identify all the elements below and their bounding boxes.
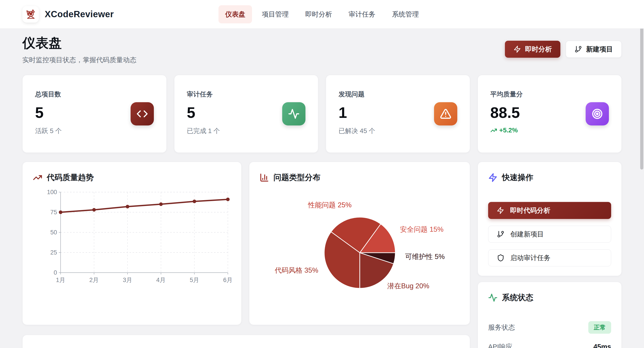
- svg-text:5月: 5月: [190, 277, 199, 283]
- page-title: 仪表盘: [22, 34, 136, 52]
- stat-sub: 已解决 45 个: [338, 126, 375, 136]
- nav-item-dashboard[interactable]: 仪表盘: [218, 5, 252, 23]
- service-status-badge: 正常: [588, 321, 611, 334]
- quality-trend-line-chart: 02550751001月2月3月4月5月6月: [33, 190, 232, 292]
- quick-actions-card: 快速操作 即时代码分析 创建新项目: [478, 162, 622, 276]
- stat-label: 总项目数: [35, 90, 62, 99]
- api-response-row: API响应 45ms: [488, 342, 611, 348]
- activity-icon: [282, 102, 306, 126]
- issue-distribution-card: 问题类型分布 安全问题 15%性能问题 25%代码风格 35%潜在Bug 20%…: [249, 162, 470, 325]
- page-header: 仪表盘 实时监控项目状态，掌握代码质量动态 即时分析 新建项目: [22, 34, 622, 65]
- stat-card-issues-found: 发现问题 1 已解决 45 个: [326, 75, 470, 153]
- api-response-label: API响应: [488, 342, 512, 348]
- svg-text:75: 75: [50, 209, 57, 216]
- app-header: XCodeReviewer 仪表盘 项目管理 即时分析 审计任务 系统管理: [0, 0, 644, 29]
- lightning-icon: [488, 173, 498, 182]
- create-new-project-button[interactable]: 创建新项目: [488, 226, 611, 243]
- issue-distribution-title: 问题类型分布: [260, 172, 460, 183]
- target-icon: [586, 102, 609, 126]
- service-status-label: 服务状态: [488, 323, 515, 332]
- stat-trend-value: +5.2%: [499, 126, 518, 134]
- stat-value: 5: [187, 104, 220, 121]
- pulse-icon: [488, 293, 498, 302]
- stat-sub: 活跃 5 个: [35, 126, 62, 136]
- app-logo-icon: [22, 6, 39, 22]
- brand: XCodeReviewer: [22, 6, 114, 22]
- svg-text:100: 100: [47, 190, 57, 196]
- lightning-icon: [497, 207, 504, 214]
- bar-chart-icon: [260, 173, 269, 182]
- instant-analysis-button-label: 即时分析: [525, 45, 552, 54]
- project-overview-card: 项目概览: [22, 335, 470, 348]
- svg-text:0: 0: [54, 269, 57, 276]
- svg-text:25: 25: [50, 249, 57, 256]
- stat-card-total-projects: 总项目数 5 活跃 5 个: [22, 75, 166, 153]
- issue-distribution-pie: 安全问题 15%性能问题 25%代码风格 35%潜在Bug 20%可维护性 5%: [260, 186, 460, 306]
- code-icon: [130, 102, 154, 126]
- stats-row: 总项目数 5 活跃 5 个 审计任务 5 已完成 1 个 发现问题 1 已解决 …: [22, 75, 622, 153]
- instant-analysis-button[interactable]: 即时分析: [505, 41, 560, 58]
- pie-slice-label: 可维护性 5%: [405, 252, 444, 262]
- stat-card-avg-quality: 平均质量分 88.5 +5.2%: [478, 75, 622, 153]
- pie-slice-label: 安全问题 15%: [400, 225, 444, 234]
- stat-value: 5: [35, 104, 62, 121]
- alert-triangle-icon: [434, 102, 457, 126]
- page-subtitle: 实时监控项目状态，掌握代码质量动态: [22, 56, 136, 65]
- stat-card-audit-tasks: 审计任务 5 已完成 1 个: [174, 75, 318, 153]
- svg-text:1月: 1月: [56, 277, 65, 283]
- nav-item-system-admin[interactable]: 系统管理: [385, 5, 426, 23]
- quality-trend-title: 代码质量趋势: [33, 172, 231, 183]
- system-status-title: 系统状态: [488, 292, 611, 303]
- service-status-row: 服务状态 正常: [488, 321, 611, 334]
- stat-value: 88.5: [490, 104, 523, 121]
- new-project-button[interactable]: 新建项目: [566, 41, 622, 58]
- main-nav: 仪表盘 项目管理 即时分析 审计任务 系统管理: [218, 5, 426, 23]
- svg-text:2月: 2月: [90, 277, 99, 283]
- quality-trend-card: 代码质量趋势 02550751001月2月3月4月5月6月: [22, 162, 242, 325]
- pie-slice-label: 性能问题 25%: [308, 200, 352, 210]
- trending-up-icon: [33, 173, 42, 182]
- stat-label: 平均质量分: [490, 90, 523, 99]
- nav-item-instant-analysis[interactable]: 即时分析: [298, 5, 339, 23]
- git-branch-icon: [574, 46, 582, 53]
- dashboard-grid: 代码质量趋势 02550751001月2月3月4月5月6月 问题类型分布 安全问…: [22, 162, 622, 348]
- trending-up-icon: [490, 127, 497, 134]
- stat-value: 1: [338, 104, 375, 121]
- page-scrollbar[interactable]: [640, 0, 644, 348]
- instant-code-analysis-button[interactable]: 即时代码分析: [488, 202, 611, 219]
- svg-text:50: 50: [50, 229, 57, 236]
- svg-text:3月: 3月: [123, 277, 132, 283]
- api-response-value: 45ms: [594, 343, 611, 348]
- pie-slice-label: 代码风格 35%: [275, 266, 318, 275]
- brand-name: XCodeReviewer: [45, 9, 114, 19]
- nav-item-projects[interactable]: 项目管理: [255, 5, 296, 23]
- new-project-button-label: 新建项目: [586, 45, 613, 54]
- dashboard-main: 仪表盘 实时监控项目状态，掌握代码质量动态 即时分析 新建项目 总项目数 5: [0, 29, 644, 348]
- stat-trend: +5.2%: [490, 126, 523, 134]
- quick-actions-title: 快速操作: [488, 172, 611, 183]
- pie-slice-label: 潜在Bug 20%: [387, 281, 429, 291]
- start-audit-task-button[interactable]: 启动审计任务: [488, 249, 611, 266]
- lightning-icon: [514, 46, 521, 53]
- page-actions: 即时分析 新建项目: [505, 41, 622, 58]
- git-branch-icon: [497, 230, 504, 238]
- nav-item-audit-tasks[interactable]: 审计任务: [342, 5, 382, 23]
- shield-icon: [497, 254, 504, 262]
- system-status-card: 系统状态 服务状态 正常 API响应 45ms: [478, 282, 622, 348]
- svg-text:4月: 4月: [156, 277, 166, 283]
- stat-label: 发现问题: [338, 90, 375, 99]
- stat-label: 审计任务: [187, 90, 220, 99]
- right-column: 快速操作 即时代码分析 创建新项目: [478, 162, 622, 348]
- svg-text:6月: 6月: [223, 277, 232, 283]
- stat-sub: 已完成 1 个: [187, 126, 220, 136]
